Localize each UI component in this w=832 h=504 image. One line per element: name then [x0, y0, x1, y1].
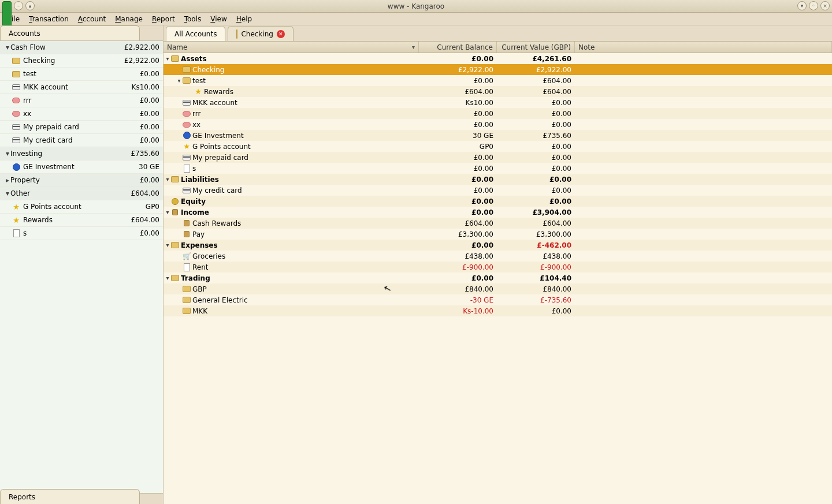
bag-icon [182, 219, 191, 228]
star-icon: ★ [12, 202, 21, 211]
star-icon: ★ [194, 87, 203, 96]
folder-icon [12, 69, 21, 79]
sidebar-group-property[interactable]: ▸Property£0.00 [0, 174, 163, 187]
table-header: Name Current Balance Current Value (GBP)… [164, 42, 832, 53]
sidebar: Accounts ▾Cash Flow£2,922.00Checking£2,9… [0, 25, 164, 504]
folder-icon [12, 56, 21, 65]
table-row[interactable]: Equity£0.00£0.00 [164, 196, 832, 207]
menu-report[interactable]: Report [147, 14, 180, 24]
cart-icon: 🛒 [182, 252, 191, 261]
table-row[interactable]: My prepaid card£0.00£0.00 [164, 152, 832, 163]
pig-icon [182, 120, 191, 129]
table-row[interactable]: GBP£840.00£840.00 [164, 283, 832, 294]
table-body: ▾Assets£0.00£4,261.60Checking£2,922.00£2… [164, 53, 832, 316]
sidebar-item-checking[interactable]: Checking£2,922.00 [0, 54, 163, 68]
folder-icon [170, 241, 180, 250]
col-balance[interactable]: Current Balance [419, 42, 497, 53]
sidebar-group-other[interactable]: ▾Other£604.00 [0, 187, 163, 200]
sidebar-footer-label: Reports [9, 493, 35, 501]
sidebar-item-g-points-account[interactable]: ★G Points accountGP0 [0, 200, 163, 214]
sidebar-item-test[interactable]: test£0.00 [0, 68, 163, 81]
menubar: FileTransactionAccountManageReportToolsV… [0, 13, 832, 25]
folder-icon [170, 274, 180, 283]
sidebar-body: ▾Cash Flow£2,922.00Checking£2,922.00test… [0, 40, 163, 494]
sidebar-item-my-credit-card[interactable]: My credit card£0.00 [0, 134, 163, 147]
sidebar-title: Accounts [9, 29, 40, 38]
table-row[interactable]: ▾test£0.00£604.00 [164, 75, 832, 86]
star-icon: ★ [12, 215, 21, 225]
menu-manage[interactable]: Manage [110, 14, 147, 24]
menu-view[interactable]: View [206, 14, 231, 24]
table-row[interactable]: ★G Points accountGP0£0.00 [164, 141, 832, 152]
table-row[interactable]: ▾Income£0.00£3,904.00 [164, 207, 832, 218]
col-value[interactable]: Current Value (GBP) [497, 42, 575, 53]
maximize-button[interactable]: ◦ [809, 1, 818, 10]
sidebar-item-ge-investment[interactable]: GE Investment30 GE [0, 160, 163, 174]
folder-icon [182, 65, 191, 74]
sidebar-item-mkk-account[interactable]: MKK accountKs10.00 [0, 81, 163, 94]
table-row[interactable]: ▾Assets£0.00£4,261.60 [164, 53, 832, 64]
window-btn-a[interactable]: – [14, 1, 23, 10]
table-row[interactable]: ▾Expenses£0.00£-462.00 [164, 240, 832, 251]
table-row[interactable]: General Electric-30 GE£-735.60 [164, 294, 832, 305]
sidebar-tab-reports[interactable]: Reports [0, 489, 140, 504]
ge-icon [182, 131, 191, 140]
pig-icon [12, 96, 21, 105]
star-icon: ★ [182, 142, 191, 151]
card-icon [12, 122, 21, 132]
table-row[interactable]: ▾Trading£0.00£104.40 [164, 272, 832, 283]
close-icon[interactable]: ✕ [277, 30, 285, 38]
sidebar-item-my-prepaid-card[interactable]: My prepaid card£0.00 [0, 121, 163, 134]
card-icon [12, 83, 21, 92]
table-row[interactable]: Checking£2,922.00£2,922.00 [164, 64, 832, 75]
table-row[interactable]: xx£0.00£0.00 [164, 119, 832, 130]
table-row[interactable]: Cash Rewards£604.00£604.00 [164, 218, 832, 229]
doc-icon [182, 164, 191, 173]
folder-icon [182, 296, 191, 305]
window-title: www - Kangaroo [388, 2, 444, 10]
bag-icon [182, 230, 191, 239]
pig-icon [12, 109, 21, 118]
sidebar-tab-accounts[interactable]: Accounts [0, 25, 140, 40]
menu-tools[interactable]: Tools [180, 14, 206, 24]
table-row[interactable]: ★Rewards£604.00£604.00 [164, 86, 832, 97]
close-button[interactable]: × [820, 1, 830, 10]
card-icon [182, 98, 191, 107]
table-row[interactable]: GE Investment30 GE£735.60 [164, 130, 832, 141]
ge-icon [12, 162, 21, 171]
tabbar: All AccountsChecking✕ [164, 25, 832, 42]
sidebar-item-xx[interactable]: xx£0.00 [0, 107, 163, 121]
folder-icon [170, 54, 180, 64]
col-name[interactable]: Name [164, 42, 419, 53]
sidebar-item-s[interactable]: s£0.00 [0, 227, 163, 240]
content: All AccountsChecking✕ Name Current Balan… [164, 25, 832, 504]
folder-icon [170, 175, 180, 184]
bag-icon [170, 208, 180, 217]
table-row[interactable]: s£0.00£0.00 [164, 163, 832, 174]
sidebar-group-investing[interactable]: ▾Investing£735.60 [0, 147, 163, 160]
table-row[interactable]: Pay£3,300.00£3,300.00 [164, 229, 832, 240]
table-row[interactable]: 🛒Groceries£438.00£438.00 [164, 251, 832, 262]
doc-icon [182, 263, 191, 272]
folder-icon [182, 285, 191, 294]
doc-icon [12, 229, 21, 238]
sidebar-group-cash-flow[interactable]: ▾Cash Flow£2,922.00 [0, 41, 163, 54]
table-row[interactable]: rrr£0.00£0.00 [164, 108, 832, 119]
menu-help[interactable]: Help [232, 14, 257, 24]
minimize-button[interactable]: ▾ [797, 1, 807, 10]
table-row[interactable]: My credit card£0.00£0.00 [164, 185, 832, 196]
table-row[interactable]: MKK accountKs10.00£0.00 [164, 97, 832, 108]
folder-icon [182, 76, 191, 85]
card-icon [182, 186, 191, 195]
folder-icon [236, 30, 237, 38]
table-row[interactable]: MKKKs-10.00£0.00 [164, 305, 832, 316]
table-row[interactable]: Rent£-900.00£-900.00 [164, 262, 832, 272]
tab-checking[interactable]: Checking✕ [228, 26, 293, 41]
menu-account[interactable]: Account [73, 14, 110, 24]
table-row[interactable]: ▾Liabilities£0.00£0.00 [164, 174, 832, 185]
tab-all-accounts[interactable]: All Accounts [166, 26, 225, 41]
sidebar-item-rewards[interactable]: ★Rewards£604.00 [0, 214, 163, 227]
sidebar-item-rrr[interactable]: rrr£0.00 [0, 94, 163, 107]
window-btn-b[interactable]: ▴ [25, 1, 35, 10]
col-note[interactable]: Note [575, 42, 832, 53]
